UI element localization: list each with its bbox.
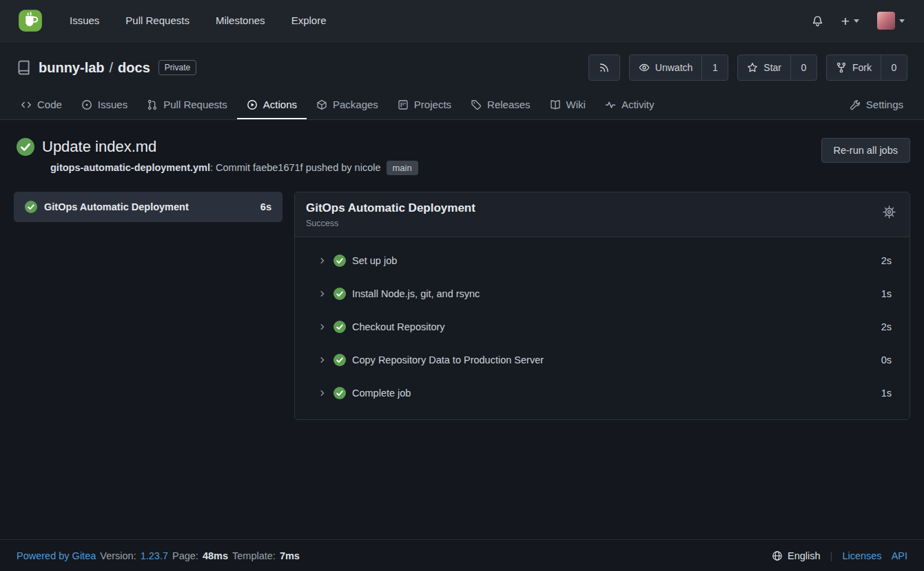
rerun-all-jobs-button[interactable]: Re-run all jobs [821, 138, 911, 163]
step-row[interactable]: Install Node.js, git, and rsync 1s [295, 277, 910, 310]
tab-wiki[interactable]: Wiki [540, 90, 595, 119]
template-label: Template: [232, 550, 276, 561]
bell-icon [812, 15, 823, 27]
footer-divider: | [830, 550, 833, 561]
powered-by-gitea-link[interactable]: Powered by Gitea [17, 550, 96, 561]
api-link[interactable]: API [892, 550, 907, 561]
step-name: Install Node.js, git, and rsync [352, 288, 875, 299]
fork-label: Fork [852, 62, 872, 73]
chevron-down-icon [854, 19, 859, 23]
star-button[interactable]: Star [738, 55, 790, 80]
step-row[interactable]: Set up job 2s [295, 244, 910, 277]
run-body: GitOps Automatic Deployment 6s GitOps Au… [14, 192, 910, 420]
rss-icon [599, 62, 610, 73]
version-label: Version: [100, 550, 136, 561]
nav-pull-requests[interactable]: Pull Requests [112, 0, 203, 41]
tab-label: Projects [414, 99, 451, 110]
run-title: Update index.md [42, 138, 156, 156]
tab-projects[interactable]: Projects [388, 90, 461, 119]
nav-milestones[interactable]: Milestones [203, 0, 278, 41]
chevron-down-icon [899, 19, 905, 23]
gitea-actions-page: Issues Pull Requests Milestones Explore … [0, 0, 924, 571]
step-success-check-icon [333, 254, 346, 267]
page-label: Page: [172, 550, 198, 561]
tab-settings[interactable]: Settings [840, 90, 913, 119]
step-row[interactable]: Copy Repository Data to Production Serve… [295, 343, 910, 377]
tab-label: Pull Requests [163, 99, 227, 110]
footer-left: Powered by Gitea Version: 1.23.7 Page: 4… [17, 550, 300, 561]
notifications-button[interactable] [808, 11, 828, 31]
version-link[interactable]: 1.23.7 [141, 550, 168, 561]
pulse-icon [605, 99, 616, 110]
book-icon [550, 99, 561, 110]
job-list-item[interactable]: GitOps Automatic Deployment 6s [14, 192, 283, 222]
step-success-check-icon [333, 387, 346, 399]
job-name: GitOps Automatic Deployment [44, 201, 254, 212]
chevron-right-icon [318, 388, 327, 398]
star-button-group: Star 0 [737, 54, 817, 81]
repo-name-link[interactable]: docs [118, 60, 150, 76]
gear-icon [883, 206, 896, 219]
tab-activity[interactable]: Activity [595, 90, 664, 119]
steps-list: Set up job 2s Install Node.js, git, and … [295, 237, 910, 419]
rss-button-group [588, 54, 620, 81]
tab-label: Releases [487, 99, 531, 110]
watchers-count[interactable]: 1 [701, 55, 728, 80]
user-menu[interactable] [873, 8, 909, 34]
repo-tabs: Code Issues Pull Requests Actions Packag… [0, 90, 924, 120]
step-duration: 1s [881, 388, 892, 399]
nav-issues[interactable]: Issues [57, 0, 112, 41]
licenses-link[interactable]: Licenses [842, 550, 881, 561]
step-row[interactable]: Complete job 1s [295, 377, 910, 410]
repo-separator: / [110, 60, 114, 76]
pull-request-icon [147, 99, 158, 110]
language-label: English [788, 550, 821, 561]
repo-actions: Unwatch 1 Star 0 [588, 54, 907, 81]
globe-icon [772, 550, 783, 561]
star-label: Star [763, 62, 781, 73]
package-icon [316, 99, 327, 110]
tab-actions[interactable]: Actions [237, 90, 307, 119]
settings-tools-icon [850, 99, 861, 110]
unwatch-button[interactable]: Unwatch [630, 55, 701, 80]
step-row[interactable]: Checkout Repository 2s [295, 310, 910, 343]
tab-packages[interactable]: Packages [307, 90, 388, 119]
stars-count[interactable]: 0 [790, 55, 817, 80]
gitea-logo[interactable] [18, 8, 43, 33]
language-selector[interactable]: English [772, 550, 821, 561]
nav-explore[interactable]: Explore [278, 0, 340, 41]
forks-count[interactable]: 0 [881, 55, 907, 80]
unwatch-label: Unwatch [655, 62, 692, 73]
chevron-right-icon [318, 256, 327, 266]
code-icon [21, 99, 32, 110]
jobs-list: GitOps Automatic Deployment 6s [14, 192, 283, 222]
tab-code[interactable]: Code [11, 90, 72, 119]
repo-title-row: bunny-lab / docs Private [17, 54, 907, 81]
job-options-button[interactable] [883, 206, 896, 219]
plus-icon: + [841, 14, 850, 28]
fork-button-group: Fork 0 [826, 54, 907, 81]
tag-icon [471, 99, 482, 110]
success-check-icon [17, 138, 34, 156]
template-time: 7ms [280, 550, 300, 561]
step-success-check-icon [333, 321, 346, 333]
create-new-button[interactable]: + [837, 10, 863, 32]
fork-button[interactable]: Fork [827, 55, 881, 80]
step-name: Set up job [352, 255, 875, 266]
job-panel-header: GitOps Automatic Deployment Success [295, 192, 910, 237]
tab-issues[interactable]: Issues [72, 90, 137, 119]
step-name: Copy Repository Data to Production Serve… [352, 354, 875, 365]
step-name: Checkout Repository [352, 321, 875, 332]
run-title-row: Update index.md [17, 138, 418, 156]
chevron-right-icon [318, 355, 327, 365]
tab-label: Settings [866, 99, 903, 110]
job-status: Success [306, 219, 475, 228]
job-duration: 6s [260, 201, 271, 212]
tab-label: Activity [622, 99, 655, 110]
rss-button[interactable] [589, 55, 619, 80]
tab-releases[interactable]: Releases [461, 90, 540, 119]
repo-owner-link[interactable]: bunny-lab [39, 60, 105, 76]
chevron-right-icon [318, 322, 327, 332]
branch-badge[interactable]: main [387, 161, 418, 175]
tab-pull-requests[interactable]: Pull Requests [137, 90, 237, 119]
